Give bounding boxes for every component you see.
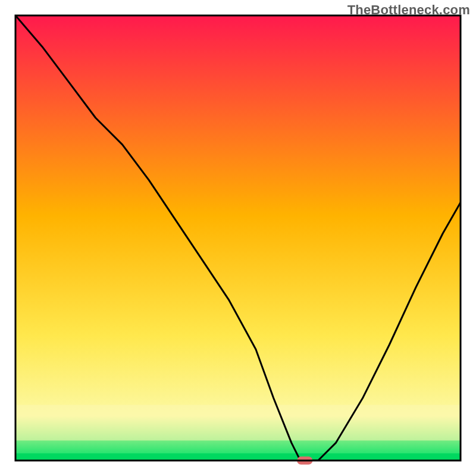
gradient-background xyxy=(15,15,461,461)
green-bottom-strip xyxy=(15,453,461,461)
chart-container: TheBottleneck.com xyxy=(0,0,476,476)
bottleneck-chart xyxy=(0,0,476,476)
yellow-band xyxy=(15,405,461,441)
attribution-label: TheBottleneck.com xyxy=(347,2,470,18)
